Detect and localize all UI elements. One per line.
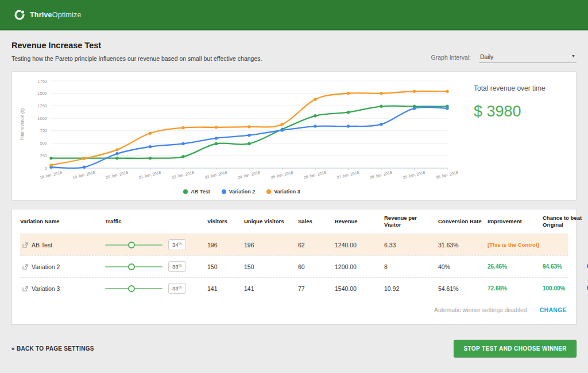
svg-text:21 Jan, 2018: 21 Jan, 2018	[138, 170, 161, 179]
variation-name-link[interactable]: Variation 3	[20, 285, 105, 292]
slider-handle[interactable]	[128, 285, 135, 292]
revenue-per-visitor-value: 6.33	[384, 242, 438, 248]
variation-row: Variation 233%150150601200.00840%26.46%9…	[20, 255, 568, 277]
traffic-cell: 33%	[105, 261, 207, 272]
page-title: Revenue Increase Test	[11, 41, 262, 50]
external-link-icon	[22, 264, 28, 270]
unique-visitors-value: 141	[244, 285, 298, 292]
graph-interval-select[interactable]: Daily ▼	[479, 52, 577, 63]
variation-name-link[interactable]: Variation 2	[20, 263, 105, 270]
legend-item: Variation 3	[266, 189, 300, 195]
column-header: Traffic	[105, 218, 207, 225]
revenue-value: 1540.00	[335, 285, 384, 292]
legend-marker	[222, 189, 226, 194]
column-header: Variation Name	[20, 218, 105, 225]
chance-to-beat-value: 94.63%	[543, 263, 586, 270]
traffic-percent-input[interactable]: 34%	[168, 239, 186, 250]
svg-text:20 Jan, 2018: 20 Jan, 2018	[105, 170, 128, 179]
top-navigation-bar: ThriveOptimize	[0, 0, 588, 30]
conversion-rate-value: 54.61%	[438, 285, 488, 292]
sales-value: 60	[298, 263, 335, 270]
brand-name-bold: Thrive	[30, 11, 52, 19]
traffic-percent-input[interactable]: 33%	[168, 283, 186, 294]
external-link-icon	[22, 286, 28, 292]
svg-text:1750: 1750	[37, 79, 47, 84]
variation-name: Variation 3	[32, 285, 60, 292]
column-header: Revenue per Visitor	[384, 215, 438, 228]
external-link-icon	[22, 242, 28, 248]
chart-legend: AB TestVariation 2Variation 3	[16, 189, 468, 195]
svg-text:24 Jan, 2018: 24 Jan, 2018	[237, 170, 260, 179]
improvement-value: 72.68%	[488, 285, 543, 292]
traffic-cell: 34%	[105, 239, 207, 250]
graph-interval-label: Graph Interval:	[431, 54, 471, 61]
legend-label: Variation 2	[229, 189, 256, 195]
graph-interval-value: Daily	[480, 53, 493, 60]
visitors-value: 150	[207, 263, 244, 270]
revenue-value: 1240.00	[335, 242, 384, 248]
table-footer: Automatic winner settings disabled CHANG…	[20, 299, 568, 324]
svg-text:27 Jan, 2018: 27 Jan, 2018	[336, 170, 359, 179]
svg-text:750: 750	[40, 128, 47, 133]
svg-text:29 Jan, 2018: 29 Jan, 2018	[403, 170, 425, 179]
summary-total-revenue: $ 3980	[474, 103, 568, 121]
svg-text:18 Jan, 2018: 18 Jan, 2018	[39, 170, 62, 179]
column-header: Improvement	[488, 218, 543, 225]
table-header-row: Variation NameTrafficVisitorsUnique Visi…	[20, 209, 568, 234]
sales-value: 62	[298, 242, 335, 248]
brand-logo: ThriveOptimize	[14, 9, 82, 21]
svg-text:26 Jan, 2018: 26 Jan, 2018	[303, 170, 326, 179]
revenue-per-visitor-value: 8	[384, 263, 438, 270]
variation-name: Variation 2	[32, 263, 60, 270]
svg-text:500: 500	[40, 141, 47, 146]
traffic-percent-input[interactable]: 33%	[168, 261, 186, 272]
auto-winner-status: Automatic winner settings disabled	[434, 306, 527, 313]
legend-marker	[183, 189, 188, 194]
chevron-down-icon: ▼	[571, 54, 575, 58]
revenue-line-chart: 0250500750100012501500175018 Jan, 201819…	[16, 76, 463, 187]
legend-label: AB Test	[191, 189, 210, 195]
svg-text:0: 0	[45, 166, 47, 171]
stop-test-button[interactable]: STOP TEST AND CHOOSE WINNER	[454, 340, 577, 358]
unique-visitors-value: 150	[244, 263, 298, 270]
legend-item: Variation 2	[222, 189, 256, 195]
svg-text:28 Jan, 2018: 28 Jan, 2018	[369, 170, 392, 179]
column-header: Conversion Rate	[438, 218, 488, 225]
traffic-cell: 33%	[105, 283, 207, 294]
slider-handle[interactable]	[128, 263, 135, 270]
column-header: Revenue	[335, 218, 384, 225]
traffic-slider[interactable]	[105, 241, 163, 249]
column-header: Chance to beat Original	[543, 215, 586, 228]
unique-visitors-value: 196	[244, 242, 298, 248]
thrive-logo-icon	[14, 9, 25, 21]
svg-text:22 Jan, 2018: 22 Jan, 2018	[171, 170, 194, 179]
chance-to-beat-value: 100.00%	[543, 285, 586, 292]
revenue-value: 1200.00	[335, 263, 384, 270]
slider-handle[interactable]	[128, 242, 135, 248]
page-heading: Revenue Increase Test Testing how the Pa…	[11, 41, 262, 62]
traffic-slider[interactable]	[105, 285, 163, 293]
variation-name-link[interactable]: AB Test	[20, 242, 105, 248]
svg-text:30 Jan, 2018: 30 Jan, 2018	[435, 170, 458, 179]
improvement-value: 26.46%	[488, 263, 543, 270]
legend-label: Variation 3	[274, 189, 300, 195]
column-header: Sales	[298, 218, 335, 225]
legend-item: AB Test	[183, 189, 210, 195]
svg-text:23 Jan, 2018: 23 Jan, 2018	[204, 170, 227, 179]
summary-label: Total revenue over time	[474, 84, 568, 92]
svg-text:250: 250	[40, 153, 47, 158]
visitors-value: 196	[207, 242, 244, 248]
traffic-slider[interactable]	[105, 263, 163, 271]
svg-text:25 Jan, 2018: 25 Jan, 2018	[270, 170, 293, 179]
variation-row: Variation 333%141141771540.0010.9254.61%…	[20, 277, 568, 299]
variations-table: Variation NameTrafficVisitorsUnique Visi…	[11, 209, 577, 325]
column-header: Unique Visitors	[244, 218, 298, 225]
conversion-rate-value: 31.63%	[438, 242, 488, 248]
conversion-rate-value: 40%	[438, 263, 488, 270]
change-auto-winner-link[interactable]: CHANGE	[540, 306, 567, 313]
brand-name: ThriveOptimize	[30, 11, 82, 19]
visitors-value: 141	[207, 285, 244, 292]
back-to-page-settings-link[interactable]: « BACK TO PAGE SETTINGS	[11, 345, 94, 352]
column-header: Visitors	[207, 218, 244, 225]
svg-text:1250: 1250	[37, 103, 47, 108]
